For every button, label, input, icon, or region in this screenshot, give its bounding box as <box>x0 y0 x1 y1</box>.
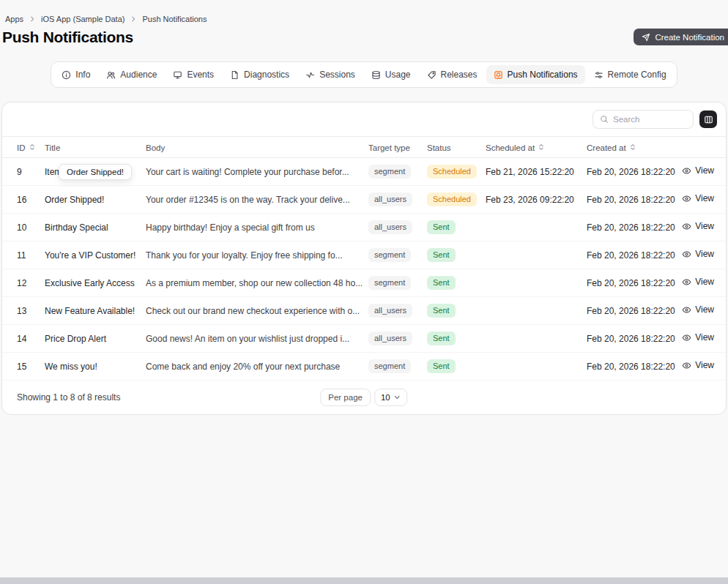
search-input[interactable] <box>613 115 686 124</box>
view-button[interactable]: View <box>682 304 714 315</box>
table-row[interactable]: 15 We miss you! Come back and enjoy 20% … <box>2 353 726 381</box>
cell-body: Your order #12345 is on the way. Track y… <box>140 186 363 214</box>
column-label: Title <box>45 143 60 151</box>
target-type-badge: all_users <box>368 220 412 234</box>
cell-target-type: all_users <box>363 297 421 325</box>
column-header-status: Status <box>421 137 480 158</box>
notification-title: New Feature Available! <box>45 306 135 316</box>
columns-icon <box>704 115 713 124</box>
cell-target-type: segment <box>363 269 421 297</box>
view-button[interactable]: View <box>682 360 714 370</box>
table-row[interactable]: 10 Birthday Special Happy birthday! Enjo… <box>2 214 726 242</box>
status-badge: Scheduled <box>427 165 477 179</box>
table-row[interactable]: 12 Exclusive Early Access As a premium m… <box>2 269 726 297</box>
tab-releases[interactable]: Releases <box>420 65 485 84</box>
chevron-right-icon <box>130 15 137 23</box>
table-row[interactable]: 16 Order Shipped! Your order #12345 is o… <box>2 186 726 214</box>
cell-created-at: Feb 20, 2026 18:22:20 <box>581 214 676 242</box>
cell-status: Sent <box>421 214 480 242</box>
tab-sessions[interactable]: Sessions <box>298 65 363 84</box>
cell-actions: View <box>676 214 726 242</box>
tab-label: Sessions <box>319 70 355 80</box>
breadcrumb: Apps iOS App (Sample Data) Push Notifica… <box>5 15 207 23</box>
table-row[interactable]: 11 You're a VIP Customer! Thank you for … <box>2 242 726 269</box>
view-button[interactable]: View <box>682 277 714 287</box>
column-header-id[interactable]: ID <box>2 137 39 158</box>
send-icon <box>642 33 650 42</box>
cell-title: Birthday Special <box>39 214 140 242</box>
status-badge: Scheduled <box>427 192 477 206</box>
horizontal-scrollbar[interactable] <box>0 577 728 584</box>
view-button[interactable]: View <box>682 165 714 176</box>
create-notification-button[interactable]: Create Notification <box>634 29 728 45</box>
eye-icon <box>682 361 691 370</box>
view-button[interactable]: View <box>682 249 714 259</box>
cell-title: Items Order Shipped! <box>39 158 140 186</box>
cell-scheduled-at: Feb 23, 2026 09:22:20 <box>480 186 581 214</box>
view-label: View <box>695 332 714 342</box>
cell-title: You're a VIP Customer! <box>39 242 140 269</box>
columns-toggle-button[interactable] <box>699 111 717 128</box>
card-toolbar <box>2 102 726 136</box>
cell-status: Sent <box>421 242 480 269</box>
tab-usage[interactable]: Usage <box>364 65 418 84</box>
per-page-label: Per page <box>320 389 371 406</box>
search-box <box>593 110 694 129</box>
tab-label: Events <box>187 70 214 80</box>
column-label: Target type <box>368 143 410 151</box>
notification-title: Exclusive Early Access <box>45 278 135 288</box>
cell-target-type: all_users <box>363 325 421 353</box>
tab-audience[interactable]: Audience <box>99 65 164 84</box>
cell-actions: View <box>676 242 726 269</box>
events-icon <box>173 70 182 80</box>
breadcrumb-item-apps[interactable]: Apps <box>5 15 23 23</box>
cell-id: 15 <box>2 353 39 381</box>
cell-scheduled-at: Feb 21, 2026 15:22:20 <box>480 158 581 186</box>
tab-bar: Info Audience Events Diagnostics Session… <box>51 61 677 88</box>
per-page-group: Per page 10 <box>320 389 407 406</box>
tab-push-notifications[interactable]: Push Notifications <box>486 65 585 84</box>
column-header-scheduled-at[interactable]: Scheduled at <box>480 137 581 158</box>
per-page-value: 10 <box>381 393 390 402</box>
cell-created-at: Feb 20, 2026 18:22:20 <box>581 325 676 353</box>
tab-info[interactable]: Info <box>54 65 97 84</box>
cell-target-type: segment <box>363 242 421 269</box>
target-type-badge: segment <box>368 359 411 373</box>
column-header-target-type: Target type <box>363 137 421 158</box>
view-button[interactable]: View <box>682 221 714 231</box>
cell-status: Sent <box>421 353 480 381</box>
status-badge: Sent <box>427 332 456 345</box>
cell-actions: View <box>676 158 726 186</box>
notification-title: Birthday Special <box>45 222 108 233</box>
per-page-select[interactable]: 10 <box>374 389 408 406</box>
tab-events[interactable]: Events <box>166 65 221 84</box>
target-type-badge: all_users <box>368 332 412 345</box>
notifications-card: IDTitleBodyTarget typeStatusScheduled at… <box>1 102 727 415</box>
cell-id: 12 <box>2 269 39 297</box>
view-label: View <box>695 165 714 176</box>
view-button[interactable]: View <box>682 332 714 342</box>
column-header-created-at[interactable]: Created at <box>581 137 676 158</box>
view-button[interactable]: View <box>682 193 714 203</box>
cell-body: Good news! An item on your wishlist just… <box>140 325 363 353</box>
cell-target-type: segment <box>363 353 421 381</box>
cell-status: Scheduled <box>421 158 480 186</box>
cell-created-at: Feb 20, 2026 18:22:20 <box>581 242 676 269</box>
create-notification-label: Create Notification <box>655 33 724 42</box>
cell-created-at: Feb 20, 2026 18:22:20 <box>581 297 676 325</box>
tab-remote-config[interactable]: Remote Config <box>587 65 674 84</box>
tab-diagnostics[interactable]: Diagnostics <box>223 65 297 84</box>
cell-id: 11 <box>2 242 39 269</box>
column-header-title: Title <box>39 137 140 158</box>
view-label: View <box>695 360 714 370</box>
cell-scheduled-at <box>480 214 581 242</box>
table-row[interactable]: 9 Items Order Shipped! Your cart is wait… <box>2 158 726 186</box>
breadcrumb-item-app[interactable]: iOS App (Sample Data) <box>41 15 125 23</box>
status-badge: Sent <box>427 359 456 373</box>
cell-actions: View <box>676 297 726 325</box>
table-row[interactable]: 13 New Feature Available! Check out our … <box>2 297 726 325</box>
column-header-body: Body <box>140 137 363 158</box>
chevron-down-icon <box>394 394 401 401</box>
cell-target-type: all_users <box>363 214 421 242</box>
table-row[interactable]: 14 Price Drop Alert Good news! An item o… <box>2 325 726 353</box>
